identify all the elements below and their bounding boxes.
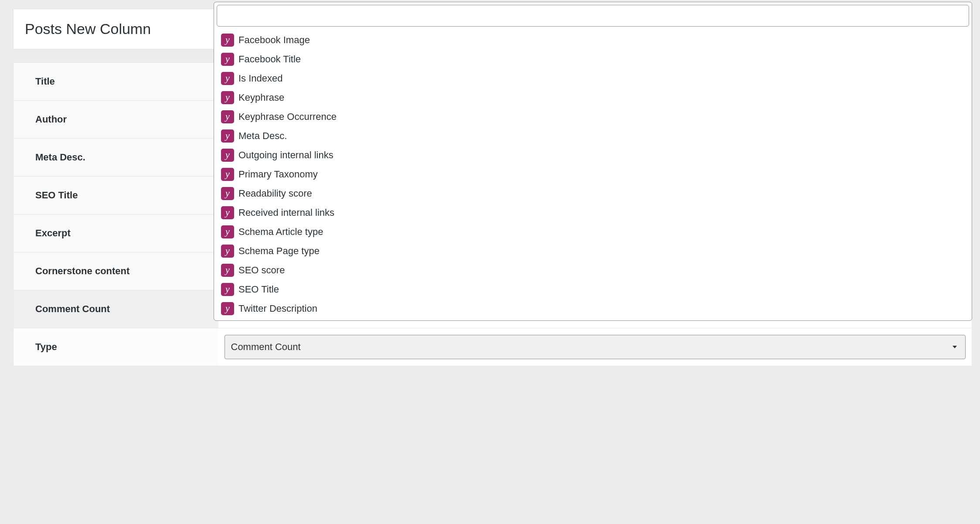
field-label: Author <box>14 101 218 139</box>
dropdown-option-label: Keyphrase Occurrence <box>238 111 337 122</box>
dropdown-option-twitter-description[interactable]: Twitter Description <box>221 299 965 318</box>
dropdown-option-facebook-title[interactable]: Facebook Title <box>221 50 965 69</box>
yoast-icon <box>221 129 234 143</box>
dropdown-option-seo-title[interactable]: SEO Title <box>221 280 965 299</box>
field-label: Excerpt <box>14 214 218 252</box>
dropdown-option-label: Readability score <box>238 188 312 199</box>
field-label: Title <box>14 63 218 101</box>
yoast-icon <box>221 245 234 258</box>
field-label: Type <box>14 328 218 366</box>
yoast-icon <box>221 91 234 104</box>
yoast-icon <box>221 149 234 162</box>
yoast-icon <box>221 225 234 238</box>
type-dropdown-popup: Facebook Image Facebook Title Is Indexed… <box>214 2 972 321</box>
type-select-cell: Comment Count <box>218 328 972 366</box>
dropdown-option-facebook-image[interactable]: Facebook Image <box>221 31 965 50</box>
dropdown-option-primary-taxonomy[interactable]: Primary Taxonomy <box>221 165 965 184</box>
yoast-icon <box>221 168 234 181</box>
type-select-value: Comment Count <box>231 341 301 353</box>
dropdown-option-keyphrase-occurrence[interactable]: Keyphrase Occurrence <box>221 107 965 126</box>
field-label: Comment Count <box>14 290 218 328</box>
dropdown-option-readability-score[interactable]: Readability score <box>221 184 965 203</box>
field-row-type: Type Comment Count <box>14 328 972 366</box>
dropdown-option-label: Facebook Title <box>238 54 301 65</box>
dropdown-option-label: Keyphrase <box>238 92 284 103</box>
dropdown-option-label: Meta Desc. <box>238 130 287 142</box>
chevron-down-icon <box>950 343 959 351</box>
dropdown-option-label: SEO score <box>238 265 285 276</box>
dropdown-option-seo-score[interactable]: SEO score <box>221 261 965 280</box>
type-select[interactable]: Comment Count <box>225 335 966 359</box>
dropdown-option-received-internal-links[interactable]: Received internal links <box>221 203 965 222</box>
dropdown-option-label: Schema Page type <box>238 245 320 257</box>
dropdown-option-label: Received internal links <box>238 207 334 218</box>
dropdown-option-schema-page-type[interactable]: Schema Page type <box>221 242 965 261</box>
dropdown-option-label: Is Indexed <box>238 73 283 84</box>
field-label: Cornerstone content <box>14 252 218 290</box>
dropdown-option-label: Outgoing internal links <box>238 150 333 161</box>
dropdown-option-list[interactable]: Facebook Image Facebook Title Is Indexed… <box>217 28 969 318</box>
dropdown-option-label: Schema Article type <box>238 226 323 238</box>
dropdown-option-schema-article-type[interactable]: Schema Article type <box>221 222 965 242</box>
field-label: Meta Desc. <box>14 139 218 177</box>
dropdown-option-label: SEO Title <box>238 284 279 295</box>
dropdown-option-label: Facebook Image <box>238 34 310 46</box>
dropdown-option-outgoing-internal-links[interactable]: Outgoing internal links <box>221 146 965 165</box>
yoast-icon <box>221 206 234 219</box>
yoast-icon <box>221 53 234 66</box>
yoast-icon <box>221 283 234 296</box>
dropdown-option-is-indexed[interactable]: Is Indexed <box>221 69 965 88</box>
yoast-icon <box>221 302 234 315</box>
dropdown-option-meta-desc[interactable]: Meta Desc. <box>221 126 965 146</box>
yoast-icon <box>221 187 234 200</box>
dropdown-search-input[interactable] <box>217 5 969 27</box>
dropdown-option-keyphrase[interactable]: Keyphrase <box>221 88 965 107</box>
dropdown-option-label: Twitter Description <box>238 303 317 314</box>
yoast-icon <box>221 72 234 85</box>
yoast-icon <box>221 264 234 277</box>
yoast-icon <box>221 110 234 123</box>
dropdown-option-label: Primary Taxonomy <box>238 169 318 180</box>
yoast-icon <box>221 34 234 47</box>
field-label: SEO Title <box>14 177 218 214</box>
